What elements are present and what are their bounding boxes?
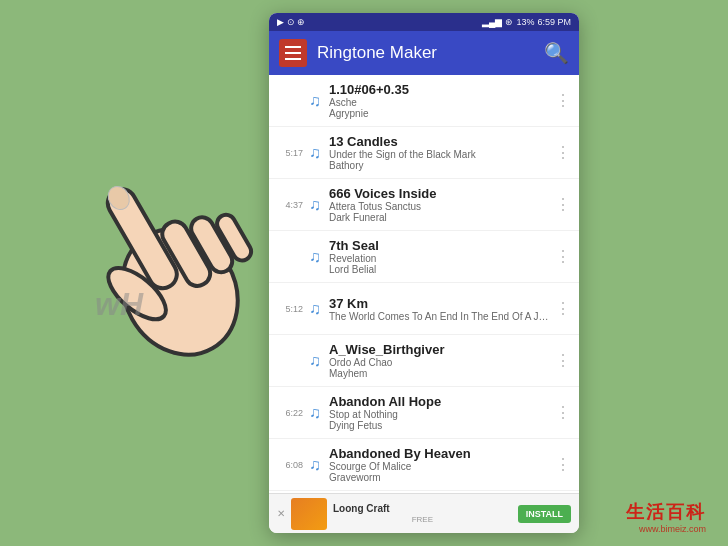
hand-overlay: wH xyxy=(40,80,260,400)
music-icon: ♫ xyxy=(309,300,321,318)
song-item[interactable]: ♫ A_Wise_Birthgiver Ordo Ad Chao Mayhem … xyxy=(269,335,579,387)
app-title: Ringtone Maker xyxy=(317,43,534,63)
song-artist: The World Comes To An End In The End Of … xyxy=(329,311,551,322)
music-icon: ♫ xyxy=(309,144,321,162)
song-album: Bathory xyxy=(329,160,551,171)
menu-line-1 xyxy=(285,46,301,48)
ad-image xyxy=(291,498,327,530)
svg-text:wH: wH xyxy=(95,286,144,322)
song-item[interactable]: 5:12 ♫ 37 Km The World Comes To An End I… xyxy=(269,283,579,335)
song-artist: Under the Sign of the Black Mark xyxy=(329,149,551,160)
music-icon: ♫ xyxy=(309,404,321,422)
music-icon: ♫ xyxy=(309,92,321,110)
status-icons-right: ▂▄▆ ⊛ 13% 6:59 PM xyxy=(482,17,571,27)
song-title: 7th Seal xyxy=(329,238,551,253)
ad-text: Loong Craft FREE xyxy=(333,503,512,524)
song-item[interactable]: ♫ 1.10#06+0.35 Asche Agrypnie ⋮ xyxy=(269,75,579,127)
ad-title: Loong Craft xyxy=(333,503,512,514)
ad-banner[interactable]: ✕ Loong Craft FREE INSTALL xyxy=(269,493,579,533)
song-info: Abandon All Hope Stop at Nothing Dying F… xyxy=(329,394,551,431)
svg-point-5 xyxy=(100,259,174,329)
music-icon: ♫ xyxy=(309,456,321,474)
song-item[interactable]: 6:08 ♫ Abandoned By Heaven Scourge Of Ma… xyxy=(269,439,579,491)
song-title: A_Wise_Birthgiver xyxy=(329,342,551,357)
battery-text: 13% xyxy=(516,17,534,27)
song-artist: Asche xyxy=(329,97,551,108)
music-icon: ♫ xyxy=(309,352,321,370)
song-info: 1.10#06+0.35 Asche Agrypnie xyxy=(329,82,551,119)
ad-cta[interactable]: INSTALL xyxy=(518,505,571,523)
search-icon[interactable]: 🔍 xyxy=(544,41,569,65)
song-artist: Ordo Ad Chao xyxy=(329,357,551,368)
menu-line-2 xyxy=(285,52,301,54)
song-duration: 4:37 xyxy=(277,200,303,210)
song-title: Abandoned By Heaven xyxy=(329,446,551,461)
song-album: Dark Funeral xyxy=(329,212,551,223)
svg-rect-1 xyxy=(103,184,182,293)
song-album: Agrypnie xyxy=(329,108,551,119)
song-info: Abandoned By Heaven Scourge Of Malice Gr… xyxy=(329,446,551,483)
song-info: 13 Candles Under the Sign of the Black M… xyxy=(329,134,551,171)
song-artist: Revelation xyxy=(329,253,551,264)
ad-close-icon[interactable]: ✕ xyxy=(277,508,285,519)
more-icon[interactable]: ⋮ xyxy=(551,299,571,318)
svg-point-0 xyxy=(100,208,260,376)
song-duration: 6:08 xyxy=(277,460,303,470)
music-icon: ♫ xyxy=(309,196,321,214)
toolbar: Ringtone Maker 🔍 xyxy=(269,31,579,75)
status-bar: ▶ ⊙ ⊕ ▂▄▆ ⊛ 13% 6:59 PM xyxy=(269,13,579,31)
watermark-text: 生活百科 xyxy=(626,500,706,524)
more-icon[interactable]: ⋮ xyxy=(551,195,571,214)
more-icon[interactable]: ⋮ xyxy=(551,247,571,266)
time-display: 6:59 PM xyxy=(537,17,571,27)
song-info: 37 Km The World Comes To An End In The E… xyxy=(329,296,551,322)
more-icon[interactable]: ⋮ xyxy=(551,143,571,162)
svg-rect-4 xyxy=(214,211,255,263)
song-item[interactable]: 4:37 ♫ 666 Voices Inside Attera Totus Sa… xyxy=(269,179,579,231)
watermark: 生活百科 www.bimeiz.com xyxy=(626,500,706,534)
more-icon[interactable]: ⋮ xyxy=(551,91,571,110)
song-title: 37 Km xyxy=(329,296,551,311)
signal-icon: ▂▄▆ xyxy=(482,17,502,27)
song-item[interactable]: ♫ 7th Seal Revelation Lord Belial ⋮ xyxy=(269,231,579,283)
song-duration: 5:12 xyxy=(277,304,303,314)
song-title: Abandon All Hope xyxy=(329,394,551,409)
song-artist: Stop at Nothing xyxy=(329,409,551,420)
song-title: 1.10#06+0.35 xyxy=(329,82,551,97)
more-icon[interactable]: ⋮ xyxy=(551,403,571,422)
phone-frame: ▶ ⊙ ⊕ ▂▄▆ ⊛ 13% 6:59 PM Ringtone Maker 🔍… xyxy=(269,13,579,533)
wifi-icon: ⊛ xyxy=(505,17,513,27)
song-item[interactable]: 6:22 ♫ Abandon All Hope Stop at Nothing … xyxy=(269,387,579,439)
song-album: Graveworm xyxy=(329,472,551,483)
more-icon[interactable]: ⋮ xyxy=(551,455,571,474)
svg-rect-3 xyxy=(187,213,236,276)
song-album: Dying Fetus xyxy=(329,420,551,431)
status-icons-left: ▶ ⊙ ⊕ xyxy=(277,17,305,27)
svg-rect-2 xyxy=(158,217,215,290)
song-info: 7th Seal Revelation Lord Belial xyxy=(329,238,551,275)
menu-line-3 xyxy=(285,58,301,60)
install-button[interactable]: INSTALL xyxy=(518,505,571,523)
svg-point-6 xyxy=(104,183,133,214)
song-album: Mayhem xyxy=(329,368,551,379)
song-title: 13 Candles xyxy=(329,134,551,149)
song-list: ♫ 1.10#06+0.35 Asche Agrypnie ⋮ 5:17 ♫ 1… xyxy=(269,75,579,493)
song-title: 666 Voices Inside xyxy=(329,186,551,201)
song-album: Lord Belial xyxy=(329,264,551,275)
song-info: A_Wise_Birthgiver Ordo Ad Chao Mayhem xyxy=(329,342,551,379)
menu-button[interactable] xyxy=(279,39,307,67)
song-item[interactable]: 5:17 ♫ 13 Candles Under the Sign of the … xyxy=(269,127,579,179)
song-info: 666 Voices Inside Attera Totus Sanctus D… xyxy=(329,186,551,223)
song-artist: Attera Totus Sanctus xyxy=(329,201,551,212)
music-icon: ♫ xyxy=(309,248,321,266)
song-duration: 6:22 xyxy=(277,408,303,418)
watermark-url: www.bimeiz.com xyxy=(626,524,706,534)
ad-label: FREE xyxy=(333,515,512,524)
more-icon[interactable]: ⋮ xyxy=(551,351,571,370)
song-duration: 5:17 xyxy=(277,148,303,158)
song-artist: Scourge Of Malice xyxy=(329,461,551,472)
